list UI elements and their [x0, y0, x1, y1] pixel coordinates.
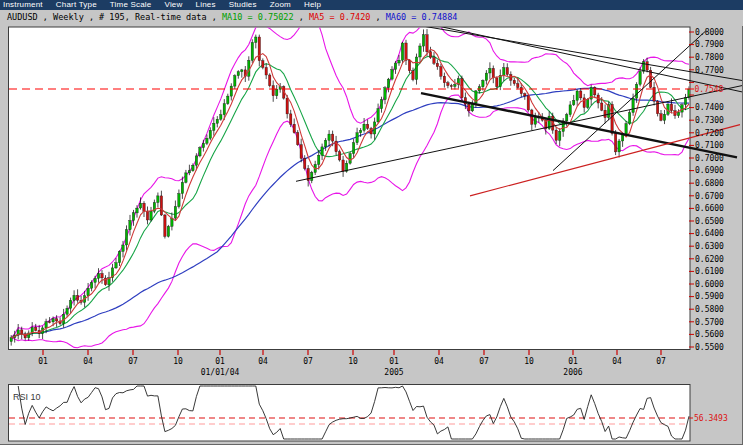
axis-label: 0.6700 [695, 192, 724, 201]
rsi-label: RSI 10 [13, 392, 41, 402]
axis-label: 0.5900 [695, 292, 724, 301]
menu-zoom[interactable]: Zoom [270, 0, 291, 10]
axis-label: 2006 [563, 368, 582, 377]
axis-label: 0.7400 [695, 103, 724, 112]
axis-label: 04 [83, 357, 93, 366]
axis-label: 0.7000 [695, 154, 724, 163]
ma60-value-label: MA60 = 0.74884 [386, 12, 458, 22]
axis-label: 07 [479, 357, 489, 366]
rsi-plot[interactable] [9, 385, 691, 442]
menu-view[interactable]: View [165, 0, 183, 10]
axis-label: 07 [656, 357, 666, 366]
axis-label: 0.7200 [695, 129, 724, 138]
chart-info-main: AUDUSD , Weekly , # 195, Real-time data [7, 12, 207, 22]
price-plot[interactable] [9, 27, 691, 350]
axis-label: 01 [389, 357, 399, 366]
axis-label: 0.7900 [695, 40, 724, 49]
axis-label: 0.5600 [695, 330, 724, 339]
axis-label: 0.6300 [695, 242, 724, 251]
axis-label: 10 [524, 357, 534, 366]
axis-label: 0.7800 [695, 53, 724, 62]
axis-label: 04 [612, 357, 622, 366]
axis-label: 01 [568, 357, 578, 366]
axis-label: 10 [173, 357, 183, 366]
axis-label: 0.5800 [695, 305, 724, 314]
chart-window: Instrument Chart Type Time Scale View Li… [0, 0, 743, 445]
axis-label: 01 [215, 357, 225, 366]
menu-studies[interactable]: Studies [229, 0, 257, 10]
menu-lines[interactable]: Lines [196, 0, 216, 10]
axis-label: 0.6800 [695, 179, 724, 188]
axis-label: 2005 [384, 368, 403, 377]
axis-label: 07 [128, 357, 138, 366]
axis-label: 0.6400 [695, 229, 724, 238]
menu-chart-type[interactable]: Chart Type [56, 0, 97, 10]
menu-bar: Instrument Chart Type Time Scale View Li… [0, 0, 743, 10]
chart-info-bar: AUDUSD , Weekly , # 195, Real-time data … [0, 10, 743, 26]
axis-label: 04 [258, 357, 268, 366]
axis-label: 10 [348, 357, 358, 366]
axis-label: 56.3493 [694, 414, 728, 423]
axis-label: 0.6200 [695, 255, 724, 264]
axis-label: 01/01/04 [201, 368, 240, 377]
axis-label: 0.7100 [695, 141, 724, 150]
axis-label: 01 [38, 357, 48, 366]
axis-label: 0.5500 [695, 343, 724, 352]
chart-canvas: 0.80000.79000.78000.77000.74000.73000.72… [0, 0, 743, 445]
ma10-value-label: MA10 = 0.75022 [222, 12, 294, 22]
axis-label: 07 [303, 357, 313, 366]
menu-time-scale[interactable]: Time Scale [110, 0, 152, 10]
menu-help[interactable]: Help [304, 0, 321, 10]
axis-label: 0.7700 [695, 66, 724, 75]
axis-label: 0.6100 [695, 267, 724, 276]
axis-label: 0.7300 [695, 116, 724, 125]
axis-label: 0.8000 [695, 28, 724, 37]
menu-instrument[interactable]: Instrument [3, 0, 43, 10]
axis-label: 0.6900 [695, 166, 724, 175]
ma5-value-label: MA5 = 0.7420 [309, 12, 370, 22]
axis-label: 0.6500 [695, 217, 724, 226]
axis-label: 0.6600 [695, 204, 724, 213]
axis-label: 0.7548 [695, 85, 724, 94]
axis-label: 0.6000 [695, 280, 724, 289]
axis-label: 04 [434, 357, 444, 366]
axis-label: 0.5700 [695, 318, 724, 327]
